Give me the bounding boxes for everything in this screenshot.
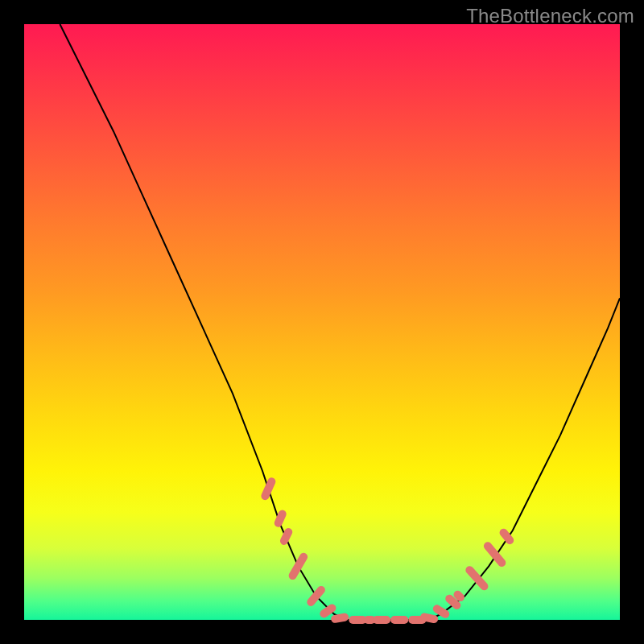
bottleneck-curve — [60, 24, 620, 620]
curve-marker — [390, 616, 408, 624]
curve-layer — [60, 24, 620, 620]
watermark-label: TheBottleneck.com — [466, 5, 634, 27]
marker-layer — [260, 477, 515, 624]
chart-frame: TheBottleneck.com — [0, 0, 644, 644]
curve-marker — [279, 526, 294, 546]
chart-svg — [24, 24, 620, 620]
curve-marker — [260, 477, 277, 502]
curve-marker — [373, 616, 390, 624]
curve-marker — [287, 551, 309, 581]
